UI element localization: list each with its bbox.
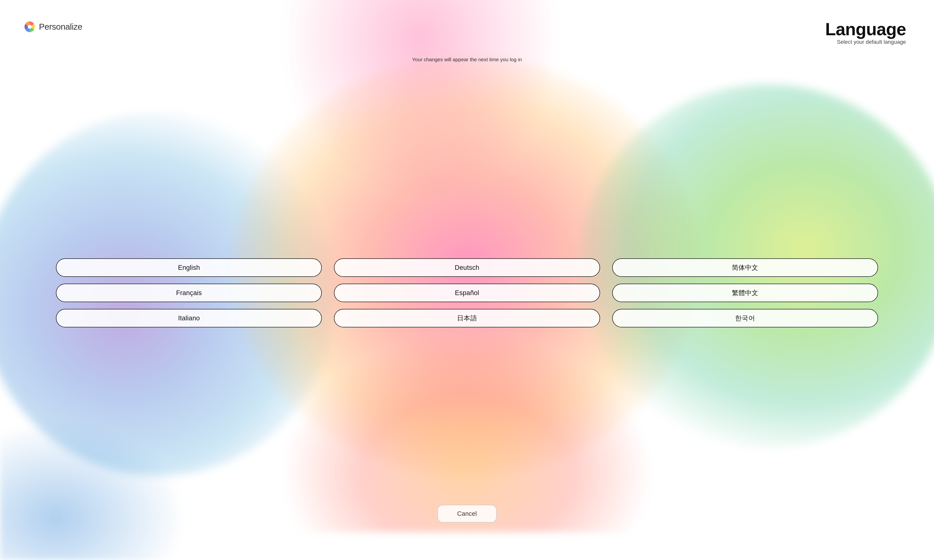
language-button-japanese[interactable]: 日本語 [334,309,600,328]
header: Personalize Language Select your default… [0,0,934,45]
svg-point-1 [28,25,32,29]
page-subtitle: Select your default language [825,39,906,45]
language-button-deutsch[interactable]: Deutsch [334,258,600,277]
language-button-francais[interactable]: Français [56,284,322,302]
logo-text: Personalize [39,22,82,32]
logo-area: Personalize [23,20,82,33]
language-button-english[interactable]: English [56,258,322,277]
language-button-simplified-chinese[interactable]: 简体中文 [612,258,878,277]
language-button-italiano[interactable]: Italiano [56,309,322,328]
info-message: Your changes will appear the next time y… [0,57,934,63]
logo-icon [23,20,36,33]
cancel-button[interactable]: Cancel [437,505,497,523]
title-area: Language Select your default language [825,20,906,45]
language-button-korean[interactable]: 한국어 [612,309,878,328]
page-title: Language [825,20,906,38]
language-button-traditional-chinese[interactable]: 繁體中文 [612,284,878,302]
footer: Cancel [0,495,934,560]
language-grid: EnglishDeutsch简体中文FrançaisEspañol繁體中文Ita… [0,72,934,495]
language-button-espanol[interactable]: Español [334,284,600,302]
